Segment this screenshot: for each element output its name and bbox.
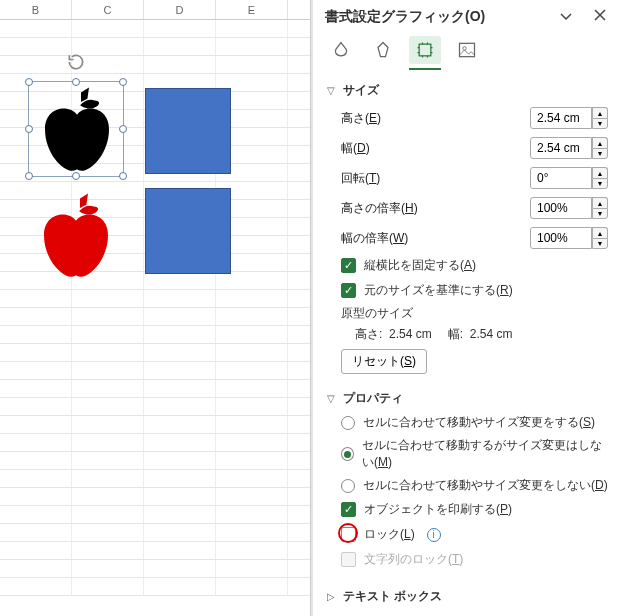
lock-checkbox[interactable] (341, 527, 356, 542)
spin-up[interactable]: ▲ (592, 197, 608, 208)
lock-text-checkbox (341, 552, 356, 567)
spin-down[interactable]: ▼ (592, 238, 608, 249)
move-size-with-cells-label: セルに合わせて移動やサイズ変更をする(S) (363, 414, 595, 431)
width-label: 幅(D) (341, 140, 370, 157)
selection-frame[interactable] (28, 81, 124, 177)
col-header[interactable]: B (0, 0, 72, 19)
close-pane-icon[interactable] (590, 9, 610, 26)
scale-width-input[interactable] (530, 227, 592, 249)
lock-label: ロック(L) (364, 526, 415, 543)
rotation-label: 回転(T) (341, 170, 380, 187)
column-headers: B C D E (0, 0, 310, 20)
panel-title: 書式設定グラフィック(O) (325, 8, 485, 26)
graphic-apple-red[interactable] (36, 192, 116, 280)
resize-handle[interactable] (119, 78, 127, 86)
graphic-rectangle-2[interactable] (145, 188, 231, 274)
tab-picture-icon[interactable] (451, 36, 483, 64)
tab-effects-icon[interactable] (367, 36, 399, 64)
svg-marker-0 (378, 43, 388, 57)
no-move-no-size-label: セルに合わせて移動やサイズ変更をしない(D) (363, 477, 608, 494)
section-header-size[interactable]: ▽ サイズ (327, 78, 608, 103)
move-size-with-cells-radio[interactable] (341, 416, 355, 430)
format-tabs (313, 32, 622, 72)
resize-handle[interactable] (25, 78, 33, 86)
resize-handle[interactable] (25, 172, 33, 180)
scale-height-label: 高さの倍率(H) (341, 200, 418, 217)
lock-aspect-checkbox[interactable]: ✓ (341, 258, 356, 273)
original-size-values: 高さ: 2.54 cm 幅: 2.54 cm (327, 324, 608, 349)
print-object-checkbox[interactable]: ✓ (341, 502, 356, 517)
original-size-title: 原型のサイズ (327, 303, 608, 324)
spin-up[interactable]: ▲ (592, 167, 608, 178)
lock-aspect-label: 縦横比を固定する(A) (364, 257, 476, 274)
spin-up[interactable]: ▲ (592, 227, 608, 238)
resize-handle[interactable] (25, 125, 33, 133)
print-object-label: オブジェクトを印刷する(P) (364, 501, 512, 518)
chevron-right-icon: ▷ (327, 591, 337, 602)
height-input[interactable] (530, 107, 592, 129)
info-icon[interactable]: i (427, 528, 441, 542)
col-header[interactable]: E (216, 0, 288, 19)
spin-down[interactable]: ▼ (592, 208, 608, 219)
resize-handle[interactable] (72, 78, 80, 86)
graphic-rectangle-1[interactable] (145, 88, 231, 174)
no-move-no-size-radio[interactable] (341, 479, 355, 493)
relative-original-label: 元のサイズを基準にする(R) (364, 282, 513, 299)
spreadsheet-canvas[interactable]: B C D E (0, 0, 310, 616)
svg-rect-2 (460, 43, 475, 56)
scale-width-label: 幅の倍率(W) (341, 230, 408, 247)
section-header-textbox[interactable]: ▷ テキスト ボックス (327, 584, 608, 609)
rotation-input[interactable] (530, 167, 592, 189)
rotate-handle-icon[interactable] (66, 52, 86, 72)
format-graphic-pane: 書式設定グラフィック(O) ▽ サイズ 高さ(E) (313, 0, 622, 616)
lock-text-label: 文字列のロック(T) (364, 551, 463, 568)
svg-rect-1 (419, 44, 431, 56)
reset-button[interactable]: リセット(S) (341, 349, 427, 374)
width-input[interactable] (530, 137, 592, 159)
height-label: 高さ(E) (341, 110, 381, 127)
move-no-size-label: セルに合わせて移動するがサイズ変更はしない(M) (362, 437, 608, 471)
tab-fill-icon[interactable] (325, 36, 357, 64)
spin-down[interactable]: ▼ (592, 148, 608, 159)
col-header[interactable]: C (72, 0, 144, 19)
spin-down[interactable]: ▼ (592, 118, 608, 129)
relative-original-checkbox[interactable]: ✓ (341, 283, 356, 298)
spin-up[interactable]: ▲ (592, 107, 608, 118)
graphic-apple-black[interactable] (37, 86, 117, 174)
resize-handle[interactable] (72, 172, 80, 180)
scale-height-input[interactable] (530, 197, 592, 219)
chevron-down-icon: ▽ (327, 85, 337, 96)
tab-size-icon[interactable] (409, 36, 441, 64)
chevron-down-icon: ▽ (327, 393, 337, 404)
spin-down[interactable]: ▼ (592, 178, 608, 189)
resize-handle[interactable] (119, 172, 127, 180)
spin-up[interactable]: ▲ (592, 137, 608, 148)
collapse-pane-icon[interactable] (556, 9, 576, 26)
move-no-size-radio[interactable] (341, 447, 354, 461)
col-header[interactable]: D (144, 0, 216, 19)
resize-handle[interactable] (119, 125, 127, 133)
section-header-properties[interactable]: ▽ プロパティ (327, 386, 608, 411)
